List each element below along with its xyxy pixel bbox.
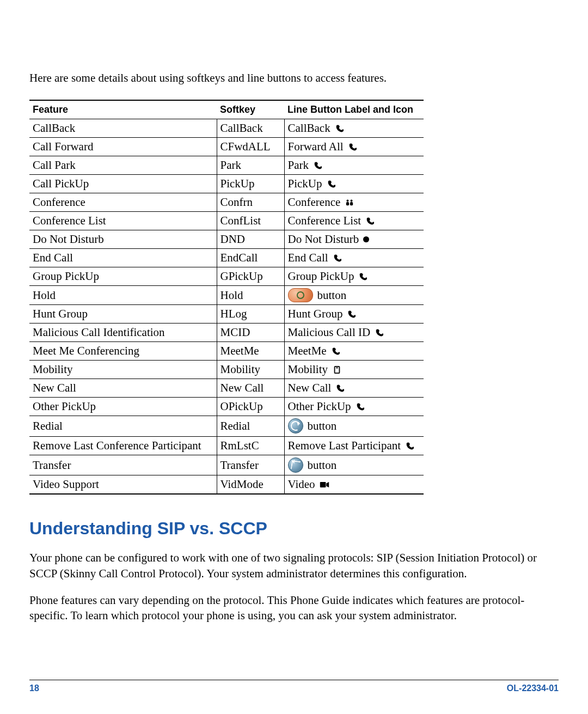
table-row: MobilityMobilityMobility (29, 361, 424, 379)
feature-cell: Meet Me Conferencing (29, 342, 217, 361)
line-button-cell: Group PickUp (284, 267, 424, 286)
softkey-cell: EndCall (217, 249, 284, 267)
feature-cell: Call Park (29, 156, 217, 175)
handset-icon (313, 161, 323, 170)
feature-cell: Call PickUp (29, 175, 217, 193)
feature-cell: Call Forward (29, 138, 217, 156)
feature-cell: Conference (29, 193, 217, 212)
table-row: New CallNew CallNew Call (29, 379, 424, 398)
line-button-label: Conference List (288, 214, 362, 228)
line-button-cell: End Call (284, 249, 424, 267)
softkey-cell: RmLstC (217, 437, 284, 455)
do-not-disturb-icon (363, 236, 369, 242)
softkey-cell: ConfList (217, 212, 284, 230)
line-button-cell: Mobility (284, 361, 424, 379)
handset-icon (333, 254, 342, 263)
line-button-cell: New Call (284, 379, 424, 398)
handset-icon (356, 402, 365, 411)
document-id: OL-22334-01 (507, 684, 559, 693)
line-button-label: Do Not Disturb (288, 233, 359, 246)
line-button-label: Park (288, 158, 309, 172)
handset-icon (335, 384, 345, 393)
line-button-label: button (308, 459, 337, 472)
line-button-cell: Conference List (284, 212, 424, 230)
softkey-cell: Park (217, 156, 284, 175)
body-paragraph-2: Phone features can vary depending on the… (29, 593, 559, 624)
line-button-label: Conference (288, 196, 341, 209)
table-row: Hunt GroupHLogHunt Group (29, 305, 424, 324)
table-row: RedialRedialbutton (29, 416, 424, 437)
line-button-label: Forward All (288, 140, 344, 154)
table-row: Meet Me ConferencingMeetMeMeetMe (29, 342, 424, 361)
table-row: End CallEndCallEnd Call (29, 249, 424, 267)
feature-cell: Malicious Call Identification (29, 324, 217, 342)
softkey-cell: Transfer (217, 455, 284, 475)
feature-cell: Remove Last Conference Participant (29, 437, 217, 455)
line-button-cell: Other PickUp (284, 398, 424, 416)
feature-cell: Conference List (29, 212, 217, 230)
feature-cell: Video Support (29, 475, 217, 495)
feature-cell: Redial (29, 416, 217, 437)
handset-icon (375, 328, 384, 337)
body-paragraph-1: Your phone can be configured to work wit… (29, 550, 559, 581)
conference-icon (345, 198, 354, 207)
table-row: Call ParkParkPark (29, 156, 424, 175)
hold-button-icon (288, 288, 313, 302)
feature-table: Feature Softkey Line Button Label and Ic… (29, 100, 424, 495)
softkey-cell: Confrn (217, 193, 284, 212)
line-button-label: New Call (288, 381, 332, 395)
feature-cell: New Call (29, 379, 217, 398)
intro-text: Here are some details about using softke… (29, 70, 559, 86)
handset-icon (358, 272, 368, 281)
table-row: Do Not DisturbDNDDo Not Disturb (29, 230, 424, 249)
table-row: ConferenceConfrnConference (29, 193, 424, 212)
softkey-cell: MCID (217, 324, 284, 342)
softkey-cell: CFwdALL (217, 138, 284, 156)
video-icon (320, 480, 329, 489)
line-button-cell: Do Not Disturb (284, 230, 424, 249)
line-button-label: Hunt Group (288, 307, 343, 321)
table-row: TransferTransferbutton (29, 455, 424, 475)
handset-icon (327, 180, 336, 188)
line-button-label: PickUp (288, 177, 322, 191)
feature-cell: Group PickUp (29, 267, 217, 286)
softkey-cell: New Call (217, 379, 284, 398)
line-button-cell: Remove Last Participant (284, 437, 424, 455)
line-button-cell: button (284, 286, 424, 305)
line-button-label: Remove Last Participant (288, 439, 401, 453)
mobility-icon (332, 365, 342, 374)
feature-cell: Do Not Disturb (29, 230, 217, 249)
softkey-cell: CallBack (217, 119, 284, 138)
th-line: Line Button Label and Icon (284, 100, 424, 119)
page-footer: 18 OL-22334-01 (29, 680, 559, 693)
section-heading: Understanding SIP vs. SCCP (29, 518, 559, 539)
table-row: Video SupportVidModeVideo (29, 475, 424, 495)
line-button-cell: CallBack (284, 119, 424, 138)
line-button-label: Video (288, 478, 315, 491)
softkey-cell: OPickUp (217, 398, 284, 416)
table-row: Conference ListConfListConference List (29, 212, 424, 230)
line-button-label: Malicious Call ID (288, 326, 371, 339)
page-number: 18 (29, 684, 39, 693)
line-button-cell: Park (284, 156, 424, 175)
line-button-cell: Malicious Call ID (284, 324, 424, 342)
line-button-label: CallBack (288, 121, 330, 135)
line-button-label: Other PickUp (288, 400, 351, 413)
line-button-cell: button (284, 455, 424, 475)
softkey-cell: MeetMe (217, 342, 284, 361)
softkey-cell: GPickUp (217, 267, 284, 286)
line-button-cell: Conference (284, 193, 424, 212)
feature-cell: Transfer (29, 455, 217, 475)
handset-icon (335, 124, 345, 133)
feature-cell: Mobility (29, 361, 217, 379)
table-row: CallBackCallBackCallBack (29, 119, 424, 138)
softkey-cell: DND (217, 230, 284, 249)
table-row: HoldHoldbutton (29, 286, 424, 305)
handset-icon (348, 143, 358, 151)
feature-cell: End Call (29, 249, 217, 267)
table-row: Remove Last Conference ParticipantRmLstC… (29, 437, 424, 455)
table-row: Group PickUpGPickUpGroup PickUp (29, 267, 424, 286)
table-row: Other PickUpOPickUpOther PickUp (29, 398, 424, 416)
handset-icon (347, 310, 357, 319)
th-feature: Feature (29, 100, 217, 119)
